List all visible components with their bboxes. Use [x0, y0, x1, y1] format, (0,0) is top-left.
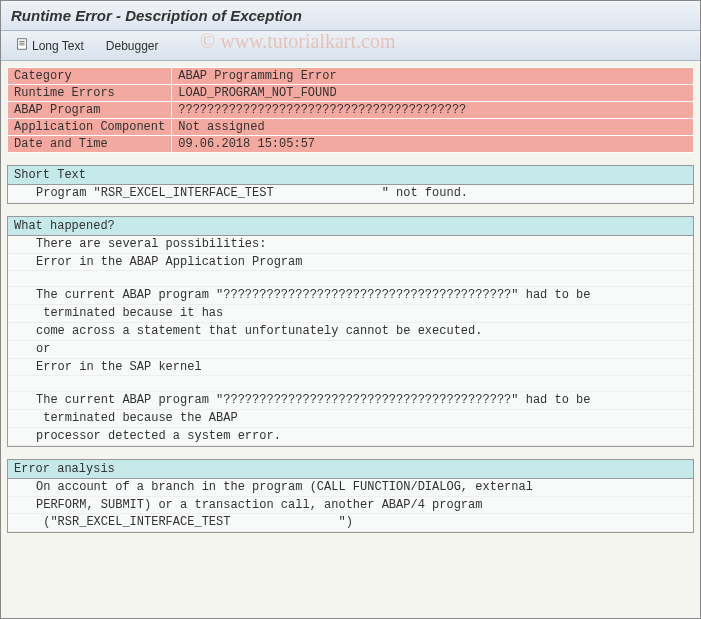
text-line: terminated because it has	[8, 305, 693, 323]
text-line: ("RSR_EXCEL_INTERFACE_TEST ")	[8, 514, 693, 532]
info-value: ????????????????????????????????????????	[172, 102, 694, 119]
text-line: or	[8, 341, 693, 359]
info-label: Application Component	[8, 119, 172, 136]
table-row: Runtime ErrorsLOAD_PROGRAM_NOT_FOUND	[8, 85, 694, 102]
short-text-section: Short Text Program "RSR_EXCEL_INTERFACE_…	[7, 165, 694, 204]
error-analysis-header: Error analysis	[8, 460, 693, 479]
text-line: Program "RSR_EXCEL_INTERFACE_TEST " not …	[8, 185, 693, 203]
svg-rect-0	[18, 39, 27, 50]
debugger-label: Debugger	[106, 39, 159, 53]
long-text-button[interactable]: Long Text	[9, 35, 90, 56]
info-value: ABAP Programming Error	[172, 68, 694, 85]
info-table: CategoryABAP Programming ErrorRuntime Er…	[7, 67, 694, 153]
table-row: Date and Time09.06.2018 15:05:57	[8, 136, 694, 153]
long-text-label: Long Text	[32, 39, 84, 53]
text-line: Error in the ABAP Application Program	[8, 254, 693, 272]
table-row: ABAP Program????????????????????????????…	[8, 102, 694, 119]
debugger-button[interactable]: Debugger	[100, 37, 165, 55]
text-line: There are several possibilities:	[8, 236, 693, 254]
text-line: processor detected a system error.	[8, 428, 693, 446]
info-label: Runtime Errors	[8, 85, 172, 102]
info-value: Not assigned	[172, 119, 694, 136]
toolbar: Long Text Debugger	[1, 31, 700, 61]
text-line	[8, 376, 693, 392]
text-line: terminated because the ABAP	[8, 410, 693, 428]
table-row: CategoryABAP Programming Error	[8, 68, 694, 85]
what-happened-header: What happened?	[8, 217, 693, 236]
text-line: PERFORM, SUBMIT) or a transaction call, …	[8, 497, 693, 515]
text-line: The current ABAP program "??????????????…	[8, 287, 693, 305]
content-area: CategoryABAP Programming ErrorRuntime Er…	[1, 61, 700, 539]
info-label: ABAP Program	[8, 102, 172, 119]
text-line: On account of a branch in the program (C…	[8, 479, 693, 497]
short-text-body: Program "RSR_EXCEL_INTERFACE_TEST " not …	[8, 185, 693, 203]
text-line	[8, 271, 693, 287]
info-value: LOAD_PROGRAM_NOT_FOUND	[172, 85, 694, 102]
what-happened-section: What happened? There are several possibi…	[7, 216, 694, 447]
text-line: come across a statement that unfortunate…	[8, 323, 693, 341]
text-line: The current ABAP program "??????????????…	[8, 392, 693, 410]
info-value: 09.06.2018 15:05:57	[172, 136, 694, 153]
what-happened-body: There are several possibilities:Error in…	[8, 236, 693, 446]
window-title-text: Runtime Error - Description of Exception	[11, 7, 302, 24]
short-text-header: Short Text	[8, 166, 693, 185]
info-label: Date and Time	[8, 136, 172, 153]
text-line: Error in the SAP kernel	[8, 359, 693, 377]
window-title: Runtime Error - Description of Exception	[1, 1, 700, 31]
document-icon	[15, 37, 29, 54]
table-row: Application ComponentNot assigned	[8, 119, 694, 136]
error-analysis-body: On account of a branch in the program (C…	[8, 479, 693, 532]
error-analysis-section: Error analysis On account of a branch in…	[7, 459, 694, 533]
info-label: Category	[8, 68, 172, 85]
